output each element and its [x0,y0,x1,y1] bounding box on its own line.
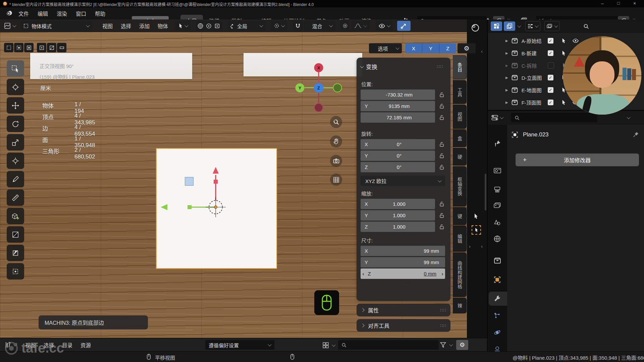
tab-scene-icon[interactable] [494,219,501,226]
disclosure-icon[interactable]: ▶ [505,51,508,55]
tool-boxcutter[interactable] [7,226,24,243]
navigation-gizmo[interactable]: X Y Z [293,61,347,118]
mode-dropdown[interactable]: 物体模式 [20,21,92,31]
properties-section[interactable]: 属性∷∷ [357,304,450,316]
dim-z-decrement-icon[interactable]: ‹ [361,271,366,277]
menu-file[interactable]: 文件 [14,7,33,19]
asset-settings-gear-button[interactable]: ⚙ [456,340,468,350]
tab-particles-icon[interactable] [494,312,501,319]
rotation-mode-dropdown[interactable]: XYZ 欧拉 [361,176,445,186]
tab-physics-icon[interactable] [494,329,501,336]
scale-y-field[interactable]: Y1.000 [361,210,435,221]
properties-search-field[interactable] [511,113,597,122]
menu-help[interactable]: 帮助 [91,7,110,19]
sidebar-tab-key[interactable]: 键 [453,207,467,225]
origin-median-icon[interactable] [214,23,220,29]
menu-render[interactable]: 渲染 [52,7,71,19]
menu-window[interactable]: 窗口 [71,7,91,19]
options-dropdown[interactable]: 选项 [369,43,402,53]
tweak-tool-icon[interactable] [474,213,478,219]
visibility-dropdown[interactable] [376,21,393,31]
outliner-search-icon[interactable] [583,23,589,29]
grid-view-button[interactable] [330,174,342,186]
filter-funnel-icon[interactable] [440,342,446,348]
tool-transform[interactable] [7,153,24,169]
strip-scrollbar[interactable] [485,174,486,210]
orientation-dropdown[interactable]: 全局 [227,21,266,31]
scale-x-lock-icon[interactable] [439,201,445,207]
tab-collection-icon[interactable] [494,257,501,264]
axis-z-toggle[interactable]: Z [439,43,456,53]
camera-view-button[interactable] [330,155,342,167]
collapse-left2-icon[interactable]: ‹ [481,243,483,249]
axis-settings-gear-button[interactable]: ⚙ [458,43,476,53]
pivot-point-dropdown[interactable] [271,21,287,31]
asset-menu-asset[interactable]: 资源 [76,341,95,349]
expand-right2-icon[interactable]: › [469,243,471,249]
disclosure-icon[interactable]: ▶ [505,39,508,43]
tab-world-icon[interactable] [494,235,501,242]
disclosure-icon[interactable]: ▶ [505,76,508,79]
rotation-z-field[interactable]: Z0° [361,162,435,172]
axis-y-toggle[interactable]: Y [422,43,439,53]
rotation-z-lock-icon[interactable] [439,164,445,170]
display-mode-icon[interactable] [323,342,329,348]
tab-view-layer-icon[interactable] [494,202,501,209]
selectable-icon[interactable] [561,100,566,105]
hud-mode-5[interactable] [47,43,56,52]
sidebar-tab-tool[interactable]: 工具 [453,80,467,104]
tool-add-cube[interactable] [7,208,24,224]
tab-object-icon[interactable] [494,276,501,283]
maximize-button[interactable]: □ [610,1,627,6]
globe-icon[interactable] [198,23,203,29]
hud-mode-6[interactable] [57,43,66,52]
rotation-y-lock-icon[interactable] [439,153,445,159]
rotation-x-lock-icon[interactable] [439,141,445,147]
hide-eye-icon[interactable] [573,39,579,43]
hud-mode-4[interactable] [37,43,46,52]
add-modifier-button[interactable]: + 添加修改器 [516,154,639,166]
dim-x-field[interactable]: X99 mm [361,246,445,256]
tool-measure[interactable] [7,189,24,206]
import-method-dropdown[interactable]: 遵循偏好设置 [205,340,274,350]
scale-y-lock-icon[interactable] [439,213,445,218]
location-z-field[interactable]: 72.185 mm [361,112,435,123]
location-y-field[interactable]: Y9135 mm [361,101,435,111]
rotation-y-field[interactable]: Y0° [361,150,435,161]
location-x-lock-icon[interactable] [439,92,445,98]
filter-chevron-icon[interactable] [449,343,453,346]
collection-checkbox[interactable]: ✓ [548,38,553,44]
collapse-left-icon[interactable]: ‹ [481,48,483,54]
proportional-edit-toggle[interactable] [340,21,350,31]
location-z-lock-icon[interactable] [439,115,445,120]
tab-render-icon[interactable] [494,168,501,174]
active-tool-dropdown[interactable] [175,21,191,31]
sidebar-tab-hot[interactable]: 辣 [453,298,467,313]
pan-view-button[interactable] [330,135,342,147]
sidebar-tab-hard[interactable]: 硬 [453,148,467,166]
rotation-x-field[interactable]: X0° [361,139,435,149]
collection-checkbox[interactable]: ✓ [548,87,553,93]
disclosure-icon[interactable]: ▶ [505,101,508,104]
properties-options-chevron-icon[interactable] [627,115,630,119]
collection-checkbox[interactable]: ✓ [548,100,553,105]
gizmos-toggle[interactable] [397,21,411,31]
dim-z-increment-icon[interactable]: › [440,271,445,277]
scale-x-field[interactable]: X1.000 [361,199,435,209]
disclosure-icon[interactable]: ▶ [505,64,508,67]
origin-center-icon[interactable] [206,23,212,29]
viewport-menu-select[interactable]: 选择 [117,22,135,29]
disclosure-icon[interactable]: ▶ [505,88,508,92]
outliner-image-dropdown[interactable] [544,21,560,31]
outliner-filter-blue-2[interactable] [504,21,515,31]
pin-id-icon[interactable] [633,131,639,137]
dim-z-field[interactable]: ‹ Z 0 mm › [361,268,445,279]
properties-editor-icon[interactable] [491,115,498,121]
scale-z-field[interactable]: Z1.000 [361,222,435,232]
outliner-display-mode-dropdown[interactable] [525,21,540,31]
selectable-icon[interactable] [561,38,566,44]
collection-checkbox[interactable]: ✓ [548,75,553,80]
panel-grip-icon[interactable]: ∷∷ [437,64,443,69]
properties-editor-chevron-icon[interactable] [500,115,503,119]
snap-toggle[interactable] [293,21,303,31]
